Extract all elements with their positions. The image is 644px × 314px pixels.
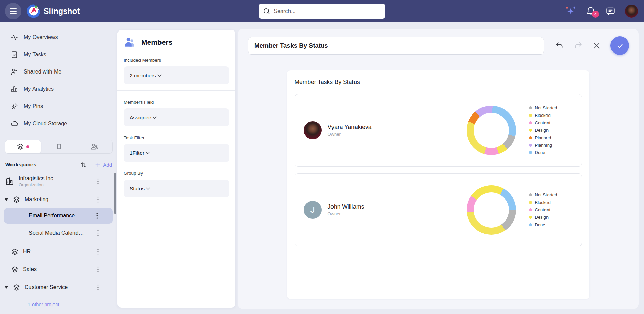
undo-icon[interactable] — [555, 41, 564, 50]
member-avatar — [304, 121, 322, 139]
project-row-email-performance-selected[interactable]: Email Performance — [4, 208, 113, 224]
legend-dot — [529, 129, 532, 132]
divider — [117, 90, 235, 91]
legend-label: Planning — [535, 143, 552, 148]
layers-icon — [12, 195, 21, 204]
hamburger-menu-button[interactable] — [5, 3, 21, 19]
other-projects-link[interactable]: 1 other project — [28, 302, 59, 307]
sort-button[interactable] — [80, 161, 88, 169]
kebab-menu-icon[interactable] — [95, 266, 101, 273]
field-label: Included Members — [124, 58, 229, 63]
panel-title: Members — [141, 38, 172, 46]
widget-title-input[interactable] — [248, 37, 544, 55]
legend-item: Planning — [529, 143, 573, 148]
user-avatar[interactable] — [625, 5, 638, 18]
caret-down-icon[interactable] — [5, 198, 8, 201]
sidebar-item-label: Shared with Me — [24, 69, 61, 75]
sidebar-tabstrip — [5, 140, 113, 154]
member-role: Owner — [328, 132, 372, 137]
tab-workspaces[interactable] — [5, 140, 41, 153]
search-input[interactable] — [274, 8, 381, 14]
close-icon[interactable] — [592, 41, 601, 50]
caret-down-icon[interactable] — [5, 286, 8, 289]
confirm-save-button[interactable] — [610, 36, 629, 55]
legend-dot — [529, 106, 532, 109]
legend-item: Blocked — [529, 200, 573, 205]
sidebar-scrollbar[interactable] — [114, 173, 116, 214]
navbar-actions: 4 — [564, 0, 638, 22]
check-icon — [616, 41, 624, 50]
notifications-bell-icon[interactable]: 4 — [586, 6, 596, 16]
workspace-row-organization[interactable]: Infragistics Inc. Organization — [0, 173, 117, 189]
tab-members[interactable] — [77, 140, 112, 153]
legend-item: Design — [529, 215, 573, 220]
project-row-social-media-calendar[interactable]: Social Media Calend… — [0, 228, 117, 238]
sidebar-item-my-analytics[interactable]: My Analytics — [0, 80, 117, 98]
legend-dot — [529, 208, 532, 211]
add-workspace-button[interactable]: Add — [94, 162, 112, 168]
plus-icon — [94, 162, 101, 168]
member-chart-row: Vyara Yanakieva Owner Not StartedBlocked… — [295, 94, 582, 167]
kebab-menu-icon[interactable] — [95, 196, 101, 203]
search-bar[interactable] — [259, 4, 385, 19]
workspace-row-marketing[interactable]: Marketing — [0, 194, 117, 205]
legend-label: Not Started — [535, 105, 557, 110]
workspace-name: Sales — [23, 266, 37, 272]
sidebar-item-my-overviews[interactable]: My Overviews — [0, 28, 117, 46]
workspaces-title: Workspaces — [5, 162, 36, 168]
sidebar-item-shared-with-me[interactable]: Shared with Me — [0, 63, 117, 80]
sidebar-item-label: My Pins — [24, 103, 43, 109]
kebab-menu-icon[interactable] — [95, 230, 101, 236]
legend-dot — [529, 193, 532, 196]
legend-item: Done — [529, 150, 573, 155]
add-label: Add — [103, 162, 112, 168]
slingshot-logo-icon — [27, 4, 40, 18]
redo-icon[interactable] — [574, 41, 583, 50]
workspace-row-hr[interactable]: HR — [0, 247, 117, 257]
legend-dot — [529, 121, 532, 124]
chat-icon[interactable] — [605, 6, 616, 17]
tasks-icon — [10, 50, 18, 59]
layers-icon — [16, 143, 24, 151]
workspace-tree: Infragistics Inc. Organization Marketing… — [0, 173, 117, 292]
top-navbar: Slingshot 4 — [0, 0, 644, 22]
pin-icon — [10, 102, 18, 110]
bookmark-icon — [55, 143, 63, 150]
included-members-select[interactable]: 2 members — [124, 66, 229, 84]
select-value: Assignee — [130, 114, 151, 121]
sidebar-item-my-pins[interactable]: My Pins — [0, 98, 117, 115]
donut-chart — [467, 185, 516, 235]
member-name: John Williams — [328, 203, 364, 210]
workspace-row-sales[interactable]: Sales — [0, 264, 117, 274]
legend-item: Not Started — [529, 192, 573, 197]
members-panel-header: Members — [124, 36, 229, 49]
legend-label: Not Started — [535, 192, 557, 197]
notification-badge: 4 — [592, 11, 599, 18]
tab-bookmarks[interactable] — [41, 140, 77, 153]
legend-label: Design — [535, 128, 549, 133]
sidebar-item-my-cloud-storage[interactable]: My Cloud Storage — [0, 115, 117, 132]
members-icon — [124, 36, 136, 49]
bar-chart-icon — [10, 85, 18, 93]
workspace-row-customer-service[interactable]: Customer Service — [0, 282, 117, 292]
workspace-name: HR — [23, 249, 31, 255]
group-by-select[interactable]: Status — [124, 180, 229, 197]
legend-label: Content — [535, 120, 551, 125]
ai-sparkles-icon[interactable] — [564, 5, 577, 17]
search-icon — [263, 7, 271, 15]
task-filter-select[interactable]: 1Filter — [124, 144, 229, 162]
sidebar-item-my-tasks[interactable]: My Tasks — [0, 46, 117, 63]
select-value: Status — [130, 186, 145, 192]
field-label: Group By — [124, 171, 229, 176]
kebab-menu-icon[interactable] — [95, 284, 101, 291]
workspace-name: Infragistics Inc. — [19, 175, 55, 182]
chevron-down-icon — [145, 185, 151, 192]
kebab-menu-icon[interactable] — [95, 248, 101, 255]
legend-label: Done — [535, 150, 545, 155]
members-field-select[interactable]: Assignee — [124, 108, 229, 126]
kebab-menu-icon[interactable] — [94, 212, 100, 219]
legend-item: Done — [529, 222, 573, 227]
project-name: Social Media Calend… — [29, 230, 84, 236]
chevron-down-icon — [144, 150, 151, 156]
kebab-menu-icon[interactable] — [95, 178, 101, 185]
